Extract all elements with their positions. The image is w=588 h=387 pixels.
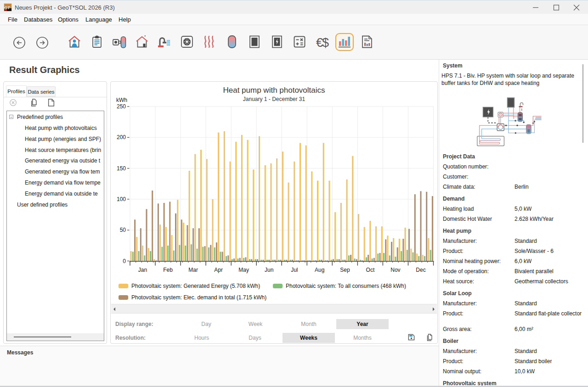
svg-text:Sep: Sep xyxy=(340,267,350,273)
svg-text:kWh: kWh xyxy=(116,97,127,103)
svg-text:Oct: Oct xyxy=(366,267,375,273)
svg-text:Aug: Aug xyxy=(315,267,324,273)
svg-text:100: 100 xyxy=(117,196,126,202)
svg-text:50: 50 xyxy=(120,227,126,233)
svg-text:Jun: Jun xyxy=(265,267,273,273)
svg-text:0: 0 xyxy=(123,258,126,264)
svg-text:Dec: Dec xyxy=(416,267,425,273)
svg-text:200: 200 xyxy=(117,134,126,140)
svg-text:Mar: Mar xyxy=(188,267,198,273)
svg-text:Jan: Jan xyxy=(138,267,147,273)
svg-text:Feb: Feb xyxy=(163,267,173,273)
svg-text:150: 150 xyxy=(117,165,126,172)
svg-text:250: 250 xyxy=(117,103,126,110)
svg-text:Apr: Apr xyxy=(214,267,223,273)
svg-text:Jul: Jul xyxy=(291,267,298,273)
svg-text:Nov: Nov xyxy=(390,267,400,273)
svg-text:May: May xyxy=(238,267,249,273)
